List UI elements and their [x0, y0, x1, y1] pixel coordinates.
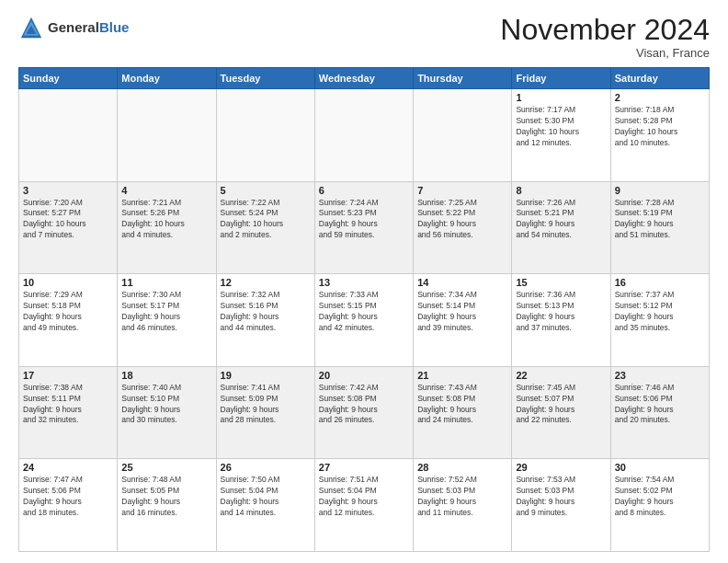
calendar-cell: 24Sunrise: 7:47 AM Sunset: 5:06 PM Dayli… [19, 459, 118, 552]
day-number: 13 [319, 277, 409, 288]
day-number: 11 [121, 277, 211, 288]
page: GeneralBlue November 2024 Visan, France … [0, 0, 728, 563]
calendar-cell: 6Sunrise: 7:24 AM Sunset: 5:23 PM Daylig… [314, 181, 413, 274]
logo-icon [18, 15, 44, 40]
day-info: Sunrise: 7:42 AM Sunset: 5:08 PM Dayligh… [319, 383, 409, 427]
col-monday: Monday [118, 68, 216, 89]
day-info: Sunrise: 7:26 AM Sunset: 5:21 PM Dayligh… [516, 198, 606, 242]
location: Visan, France [500, 46, 710, 60]
calendar-cell: 14Sunrise: 7:34 AM Sunset: 5:14 PM Dayli… [414, 274, 512, 367]
calendar-cell: 13Sunrise: 7:33 AM Sunset: 5:15 PM Dayli… [314, 274, 413, 367]
col-wednesday: Wednesday [314, 68, 413, 89]
header-right: November 2024 Visan, France [500, 15, 710, 60]
day-info: Sunrise: 7:46 AM Sunset: 5:06 PM Dayligh… [615, 383, 705, 427]
day-number: 27 [319, 462, 409, 473]
col-sunday: Sunday [19, 68, 118, 89]
day-info: Sunrise: 7:28 AM Sunset: 5:19 PM Dayligh… [615, 198, 705, 242]
day-number: 10 [23, 277, 113, 288]
day-number: 22 [516, 370, 606, 381]
calendar-cell: 20Sunrise: 7:42 AM Sunset: 5:08 PM Dayli… [314, 366, 413, 459]
day-info: Sunrise: 7:40 AM Sunset: 5:10 PM Dayligh… [121, 383, 211, 427]
day-info: Sunrise: 7:34 AM Sunset: 5:14 PM Dayligh… [417, 290, 507, 334]
day-info: Sunrise: 7:21 AM Sunset: 5:26 PM Dayligh… [121, 198, 211, 242]
calendar-cell: 30Sunrise: 7:54 AM Sunset: 5:02 PM Dayli… [610, 459, 709, 552]
calendar-cell: 11Sunrise: 7:30 AM Sunset: 5:17 PM Dayli… [118, 274, 216, 367]
day-number: 7 [417, 185, 507, 196]
col-friday: Friday [512, 68, 610, 89]
calendar-cell: 18Sunrise: 7:40 AM Sunset: 5:10 PM Dayli… [118, 366, 216, 459]
calendar-cell: 25Sunrise: 7:48 AM Sunset: 5:05 PM Dayli… [118, 459, 216, 552]
calendar-cell: 22Sunrise: 7:45 AM Sunset: 5:07 PM Dayli… [512, 366, 610, 459]
logo-general-text: General [48, 19, 99, 35]
calendar-cell [414, 89, 512, 182]
day-info: Sunrise: 7:38 AM Sunset: 5:11 PM Dayligh… [23, 383, 113, 427]
month-title: November 2024 [500, 15, 710, 44]
day-number: 26 [221, 462, 311, 473]
day-info: Sunrise: 7:37 AM Sunset: 5:12 PM Dayligh… [615, 290, 705, 334]
day-number: 9 [615, 185, 705, 196]
day-number: 28 [417, 462, 507, 473]
calendar-cell: 2Sunrise: 7:18 AM Sunset: 5:28 PM Daylig… [610, 89, 709, 182]
day-number: 24 [23, 462, 113, 473]
day-number: 17 [23, 370, 113, 381]
calendar-cell: 10Sunrise: 7:29 AM Sunset: 5:18 PM Dayli… [19, 274, 118, 367]
day-info: Sunrise: 7:22 AM Sunset: 5:24 PM Dayligh… [221, 198, 311, 242]
day-info: Sunrise: 7:32 AM Sunset: 5:16 PM Dayligh… [221, 290, 311, 334]
calendar-cell: 7Sunrise: 7:25 AM Sunset: 5:22 PM Daylig… [414, 181, 512, 274]
header: GeneralBlue November 2024 Visan, France [18, 15, 710, 60]
calendar-row-0: 1Sunrise: 7:17 AM Sunset: 5:30 PM Daylig… [19, 89, 710, 182]
col-saturday: Saturday [610, 68, 709, 89]
day-info: Sunrise: 7:53 AM Sunset: 5:03 PM Dayligh… [516, 475, 606, 519]
calendar-cell: 3Sunrise: 7:20 AM Sunset: 5:27 PM Daylig… [19, 181, 118, 274]
day-info: Sunrise: 7:33 AM Sunset: 5:15 PM Dayligh… [319, 290, 409, 334]
calendar-cell: 16Sunrise: 7:37 AM Sunset: 5:12 PM Dayli… [610, 274, 709, 367]
calendar-row-1: 3Sunrise: 7:20 AM Sunset: 5:27 PM Daylig… [19, 181, 710, 274]
calendar-row-4: 24Sunrise: 7:47 AM Sunset: 5:06 PM Dayli… [19, 459, 710, 552]
day-info: Sunrise: 7:50 AM Sunset: 5:04 PM Dayligh… [221, 475, 311, 519]
calendar-row-3: 17Sunrise: 7:38 AM Sunset: 5:11 PM Dayli… [19, 366, 710, 459]
calendar: Sunday Monday Tuesday Wednesday Thursday… [18, 67, 710, 552]
day-number: 19 [221, 370, 311, 381]
calendar-cell: 8Sunrise: 7:26 AM Sunset: 5:21 PM Daylig… [512, 181, 610, 274]
day-info: Sunrise: 7:29 AM Sunset: 5:18 PM Dayligh… [23, 290, 113, 334]
day-info: Sunrise: 7:25 AM Sunset: 5:22 PM Dayligh… [417, 198, 507, 242]
calendar-cell: 19Sunrise: 7:41 AM Sunset: 5:09 PM Dayli… [216, 366, 314, 459]
calendar-row-2: 10Sunrise: 7:29 AM Sunset: 5:18 PM Dayli… [19, 274, 710, 367]
day-info: Sunrise: 7:45 AM Sunset: 5:07 PM Dayligh… [516, 383, 606, 427]
day-info: Sunrise: 7:36 AM Sunset: 5:13 PM Dayligh… [516, 290, 606, 334]
calendar-cell [19, 89, 118, 182]
day-number: 6 [319, 185, 409, 196]
col-tuesday: Tuesday [216, 68, 314, 89]
day-number: 2 [615, 92, 705, 103]
day-info: Sunrise: 7:17 AM Sunset: 5:30 PM Dayligh… [516, 105, 606, 149]
day-number: 30 [615, 462, 705, 473]
calendar-cell: 29Sunrise: 7:53 AM Sunset: 5:03 PM Dayli… [512, 459, 610, 552]
calendar-cell: 17Sunrise: 7:38 AM Sunset: 5:11 PM Dayli… [19, 366, 118, 459]
calendar-cell: 27Sunrise: 7:51 AM Sunset: 5:04 PM Dayli… [314, 459, 413, 552]
day-number: 8 [516, 185, 606, 196]
calendar-cell: 12Sunrise: 7:32 AM Sunset: 5:16 PM Dayli… [216, 274, 314, 367]
calendar-header-row: Sunday Monday Tuesday Wednesday Thursday… [19, 68, 710, 89]
day-info: Sunrise: 7:20 AM Sunset: 5:27 PM Dayligh… [23, 198, 113, 242]
day-info: Sunrise: 7:52 AM Sunset: 5:03 PM Dayligh… [417, 475, 507, 519]
day-number: 29 [516, 462, 606, 473]
day-number: 16 [615, 277, 705, 288]
day-number: 15 [516, 277, 606, 288]
calendar-cell: 5Sunrise: 7:22 AM Sunset: 5:24 PM Daylig… [216, 181, 314, 274]
day-number: 20 [319, 370, 409, 381]
calendar-cell [216, 89, 314, 182]
calendar-cell: 4Sunrise: 7:21 AM Sunset: 5:26 PM Daylig… [118, 181, 216, 274]
day-number: 23 [615, 370, 705, 381]
day-info: Sunrise: 7:41 AM Sunset: 5:09 PM Dayligh… [221, 383, 311, 427]
calendar-cell: 1Sunrise: 7:17 AM Sunset: 5:30 PM Daylig… [512, 89, 610, 182]
logo: GeneralBlue [18, 15, 129, 40]
day-info: Sunrise: 7:24 AM Sunset: 5:23 PM Dayligh… [319, 198, 409, 242]
day-info: Sunrise: 7:48 AM Sunset: 5:05 PM Dayligh… [121, 475, 211, 519]
day-info: Sunrise: 7:51 AM Sunset: 5:04 PM Dayligh… [319, 475, 409, 519]
day-info: Sunrise: 7:47 AM Sunset: 5:06 PM Dayligh… [23, 475, 113, 519]
calendar-cell [314, 89, 413, 182]
day-number: 14 [417, 277, 507, 288]
calendar-cell: 21Sunrise: 7:43 AM Sunset: 5:08 PM Dayli… [414, 366, 512, 459]
day-number: 18 [121, 370, 211, 381]
day-number: 1 [516, 92, 606, 103]
